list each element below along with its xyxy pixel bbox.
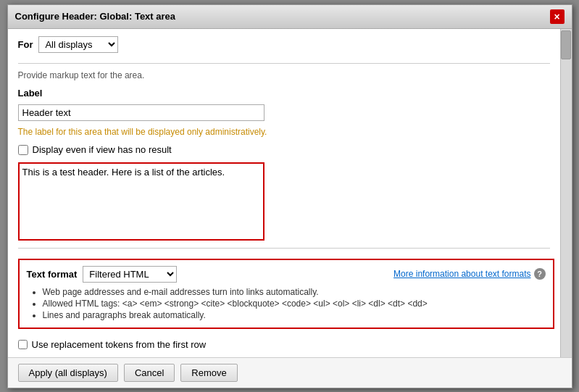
scrollbar-thumb[interactable] xyxy=(561,30,571,59)
bullet-item: Lines and paragraphs break automatically… xyxy=(43,310,546,320)
main-panel: For All displays Page Block Provide mark… xyxy=(8,29,560,357)
text-format-left: Text format Filtered HTML Full HTML Plai… xyxy=(27,266,178,283)
description-text: Provide markup text for the area. xyxy=(18,70,550,80)
display-checkbox-row: Display even if view has no result xyxy=(18,144,550,155)
help-icon: ? xyxy=(534,268,546,280)
remove-button[interactable]: Remove xyxy=(180,364,237,382)
close-button[interactable]: × xyxy=(550,9,565,24)
for-row: For All displays Page Block xyxy=(18,36,550,53)
label-input[interactable] xyxy=(18,104,264,121)
textarea-container: This is a test header. Here is a list of… xyxy=(18,162,264,240)
label-heading: Label xyxy=(18,88,550,99)
format-bullets: Web page addresses and e-mail addresses … xyxy=(31,287,546,320)
configure-header-dialog: Configure Header: Global: Text area × Fo… xyxy=(7,4,572,388)
format-select[interactable]: Filtered HTML Full HTML Plain text xyxy=(83,266,177,283)
use-tokens-row: Use replacement tokens from the first ro… xyxy=(18,339,550,350)
section-divider-mid xyxy=(18,248,550,249)
main-textarea[interactable]: This is a test header. Here is a list of… xyxy=(20,164,263,238)
dialog-titlebar: Configure Header: Global: Text area × xyxy=(8,5,572,29)
more-info-link[interactable]: More information about text formats xyxy=(393,269,530,279)
display-checkbox[interactable] xyxy=(18,145,28,155)
section-divider-top xyxy=(18,63,550,64)
scrollbar-right[interactable] xyxy=(560,29,572,357)
use-tokens-checkbox[interactable] xyxy=(18,340,28,349)
apply-button[interactable]: Apply (all displays) xyxy=(18,364,118,382)
display-checkbox-label: Display even if view has no result xyxy=(33,144,172,155)
use-tokens-label: Use replacement tokens from the first ro… xyxy=(32,339,207,350)
dialog-content: For All displays Page Block Provide mark… xyxy=(8,29,572,357)
text-format-label: Text format xyxy=(27,269,78,280)
dialog-title: Configure Header: Global: Text area xyxy=(15,11,176,22)
cancel-button[interactable]: Cancel xyxy=(124,364,175,382)
bullet-item: Allowed HTML tags: <a> <em> <strong> <ci… xyxy=(43,299,546,309)
text-format-section: Text format Filtered HTML Full HTML Plai… xyxy=(18,259,554,329)
for-label: For xyxy=(18,39,33,50)
more-info-container: More information about text formats ? xyxy=(393,268,545,280)
label-hint: The label for this area that will be dis… xyxy=(18,127,550,137)
bullet-item: Web page addresses and e-mail addresses … xyxy=(43,287,546,297)
text-format-row: Text format Filtered HTML Full HTML Plai… xyxy=(27,266,546,283)
dialog-footer: Apply (all displays) Cancel Remove xyxy=(8,357,572,388)
for-select[interactable]: All displays Page Block xyxy=(38,36,118,53)
